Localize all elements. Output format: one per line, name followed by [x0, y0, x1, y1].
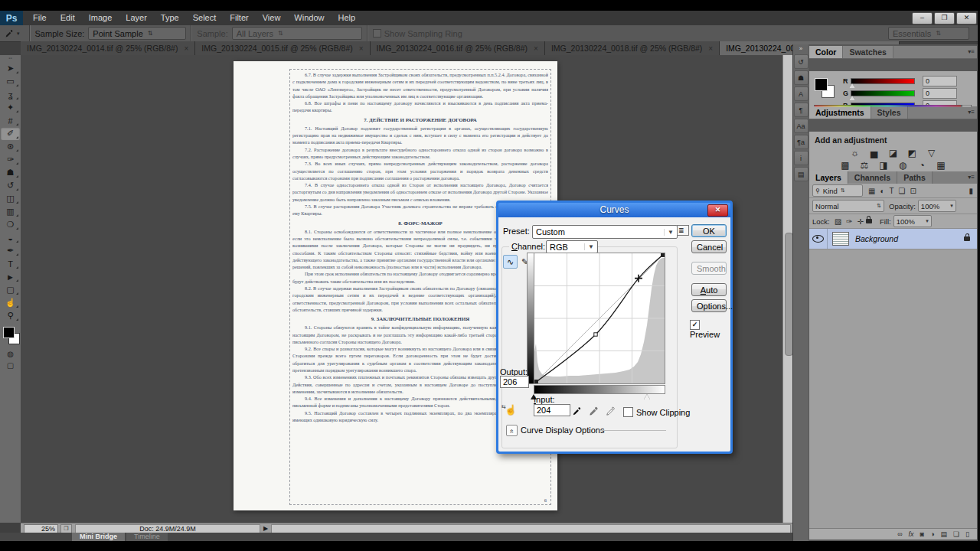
marquee-tool[interactable]: ▭: [1, 75, 20, 88]
vertical-scrollbar[interactable]: [782, 55, 793, 523]
eyedropper-tool[interactable]: ✐: [1, 127, 20, 140]
curve-point[interactable]: [594, 333, 597, 336]
new-adjustment-layer-icon[interactable]: ◑: [930, 530, 934, 538]
menu-type[interactable]: Type: [154, 11, 186, 25]
filter-adjustment-layers-icon[interactable]: ◐: [880, 187, 884, 195]
filter-kind-combo[interactable]: ⚲ Kind ⇅: [812, 184, 863, 197]
move-tool[interactable]: ➤: [1, 62, 20, 75]
menu-help[interactable]: Help: [331, 11, 362, 25]
type-tool[interactable]: T: [1, 257, 20, 270]
preset-combo[interactable]: Custom ▼: [532, 225, 678, 239]
clone-source-panel-icon[interactable]: ☗: [794, 70, 808, 85]
adjustments-panel-menu-icon[interactable]: ▾≡: [968, 109, 975, 116]
smooth-button[interactable]: Smooth: [691, 262, 727, 275]
gradient-tool[interactable]: ▥: [1, 205, 20, 218]
input-field[interactable]: 204: [534, 404, 570, 416]
channel-mixer-icon[interactable]: ◔: [916, 160, 928, 171]
color-tab-color[interactable]: Color: [809, 46, 843, 58]
eraser-tool[interactable]: ◫: [1, 192, 20, 205]
hue-saturation-icon[interactable]: ▩: [839, 160, 851, 171]
menu-window[interactable]: Window: [287, 11, 331, 25]
history-brush-tool[interactable]: ↺: [1, 179, 20, 192]
link-layers-icon[interactable]: ∞: [897, 530, 902, 538]
opacity-combo[interactable]: 100% ▾: [918, 200, 956, 212]
document-tab[interactable]: IMG_20130224_0014.tif @ 25% (RGB/8#)×: [21, 41, 195, 55]
preview-checkbox-row[interactable]: ✓Preview: [690, 318, 730, 339]
layer-thumbnail[interactable]: [832, 232, 849, 246]
layers-tab-paths[interactable]: Paths: [897, 171, 933, 184]
dialog-close-button[interactable]: ✕: [707, 204, 728, 217]
tab-close-icon[interactable]: ×: [359, 44, 364, 53]
edit-points-tool[interactable]: ∿: [503, 255, 518, 269]
menu-filter[interactable]: Filter: [223, 11, 255, 25]
curves-dialog-titlebar[interactable]: Curves ✕: [498, 203, 730, 217]
document-tab[interactable]: IMG_20130224_0015.tif @ 25% (RGB/8#)×: [195, 41, 370, 55]
layers-tab-layers[interactable]: Layers: [809, 171, 848, 184]
layer-visibility-cell[interactable]: [809, 229, 828, 249]
hand-tool[interactable]: ☝: [1, 296, 20, 309]
color-tab-swatches[interactable]: Swatches: [843, 46, 893, 58]
show-clipping-checkbox[interactable]: [623, 407, 633, 417]
lock-all-icon[interactable]: [866, 219, 872, 223]
curves-icon[interactable]: ◪: [887, 148, 900, 158]
photo-filter-icon[interactable]: ◍: [897, 160, 909, 171]
paragraph-styles-panel-icon[interactable]: ¶a: [794, 135, 808, 149]
tab-close-icon[interactable]: ×: [184, 44, 188, 53]
tab-close-icon[interactable]: ×: [534, 44, 538, 53]
color-lookup-icon[interactable]: ▦: [935, 160, 947, 171]
quick-mask-button[interactable]: ◍: [1, 348, 20, 360]
zoom-tool[interactable]: ⚲: [1, 309, 20, 322]
vibrance-icon[interactable]: ▽: [926, 148, 938, 158]
adjustments-tab-adjustments[interactable]: Adjustments: [809, 106, 871, 119]
white-point-slider[interactable]: [644, 394, 650, 399]
menu-view[interactable]: View: [256, 11, 288, 25]
slider-marker[interactable]: [849, 83, 855, 88]
layers-panel-menu-icon[interactable]: ▾≡: [968, 174, 975, 181]
black-point-eyedropper[interactable]: [572, 406, 583, 416]
bottom-tab-timeline[interactable]: Timeline: [126, 533, 168, 541]
toolbar-grip[interactable]: ▪▪: [0, 55, 21, 62]
channel-value-field[interactable]: 0: [923, 76, 957, 86]
tab-close-icon[interactable]: ×: [708, 44, 713, 53]
shape-tool[interactable]: ▢: [1, 283, 20, 296]
quick-selection-tool[interactable]: ✦: [1, 101, 20, 114]
fill-combo[interactable]: 100% ▾: [893, 215, 932, 227]
channel-slider[interactable]: [851, 78, 915, 84]
menu-file[interactable]: File: [26, 11, 54, 25]
filter-shape-layers-icon[interactable]: ❏: [899, 187, 906, 195]
character-styles-panel-icon[interactable]: Aa: [794, 119, 808, 133]
foreground-color-swatch[interactable]: [3, 327, 15, 338]
color-balance-icon[interactable]: ⚖: [858, 160, 871, 171]
lasso-tool[interactable]: ʓ: [1, 88, 20, 101]
sampler-combo[interactable]: All Layers ⇅: [232, 27, 362, 40]
delete-layer-icon[interactable]: ▯: [965, 530, 969, 538]
close-button[interactable]: ✕: [956, 12, 977, 24]
add-layer-mask-icon[interactable]: ◙: [920, 530, 924, 538]
blur-tool[interactable]: ❍: [1, 218, 20, 231]
workspace-combo[interactable]: Essentials ⇅: [888, 27, 969, 40]
menu-select[interactable]: Select: [186, 11, 224, 25]
preset-options-button[interactable]: ≣: [677, 225, 689, 236]
exposure-icon[interactable]: ◩: [906, 148, 919, 158]
minimize-button[interactable]: –: [912, 12, 933, 24]
channel-slider[interactable]: [851, 90, 915, 96]
brightness-contrast-icon[interactable]: ☼: [849, 148, 861, 158]
zoom-level-field[interactable]: 25%: [24, 524, 58, 533]
document-tab[interactable]: IMG_20130224_0016.tif @ 25% (RGB/8#)×: [371, 41, 545, 55]
show-clipping-row[interactable]: Show Clipping: [623, 407, 690, 417]
menu-edit[interactable]: Edit: [54, 11, 82, 25]
dodge-tool[interactable]: ◒: [1, 231, 20, 244]
restore-button[interactable]: ❐: [934, 12, 955, 24]
screen-mode-button[interactable]: ▢: [1, 360, 20, 371]
lock-transparent-pixels-icon[interactable]: ▨: [835, 217, 841, 226]
lock-position-icon[interactable]: ✛: [858, 217, 864, 226]
layer-style-icon[interactable]: fx: [909, 530, 914, 538]
document-tab[interactable]: IMG_20130224_0018.tif @ 25% (RGB/8#)×: [545, 41, 720, 55]
foreground-color-swatch[interactable]: [815, 78, 828, 91]
curve-point[interactable]: [534, 380, 537, 383]
black-white-icon[interactable]: ◨: [877, 160, 890, 171]
slider-marker[interactable]: [849, 96, 855, 100]
menu-image[interactable]: Image: [82, 11, 119, 25]
paragraph-panel-icon[interactable]: ¶: [794, 103, 808, 117]
layer-filter-toggle[interactable]: ▮: [969, 187, 973, 195]
